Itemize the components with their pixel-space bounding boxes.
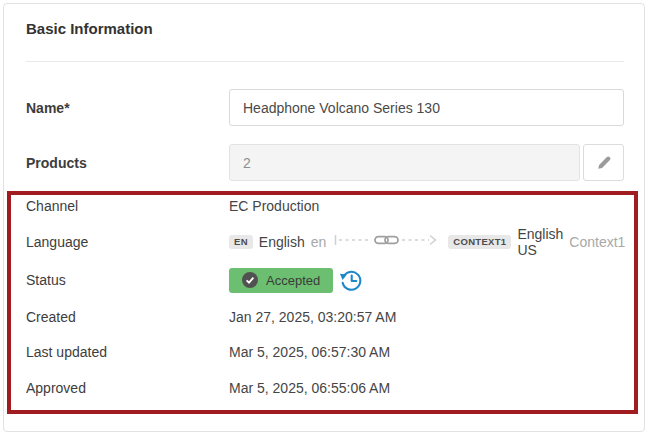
target-language-name: English US — [517, 226, 563, 258]
language-row: Language EN English en — [26, 224, 624, 260]
source-language-name: English — [259, 234, 305, 250]
status-badge-label: Accepted — [266, 273, 320, 288]
source-language-code-badge: EN — [229, 235, 253, 250]
check-circle-icon — [242, 272, 258, 288]
pencil-icon — [596, 155, 612, 171]
basic-information-panel: Basic Information Name* Products Channel… — [3, 3, 645, 432]
history-icon — [339, 268, 364, 293]
divider — [26, 61, 624, 62]
channel-label: Channel — [26, 198, 229, 214]
last-updated-row: Last updated Mar 5, 2025, 06:57:30 AM — [26, 334, 624, 370]
last-updated-label: Last updated — [26, 344, 229, 360]
status-badge: Accepted — [229, 268, 333, 293]
language-value: EN English en CONTEXT1 — [229, 226, 625, 258]
source-language-locale: en — [311, 234, 327, 250]
name-input[interactable] — [229, 89, 624, 126]
created-row: Created Jan 27, 2025, 03:20:57 AM — [26, 299, 624, 335]
created-label: Created — [26, 309, 229, 325]
screen: Basic Information Name* Products Channel… — [0, 0, 647, 435]
channel-row: Channel EC Production — [26, 188, 624, 224]
link-icon — [375, 237, 398, 244]
name-row: Name* — [26, 89, 624, 126]
products-input — [229, 144, 580, 181]
products-row: Products — [26, 144, 624, 181]
link-connector — [334, 232, 440, 252]
status-history-button[interactable] — [339, 268, 364, 293]
language-label: Language — [26, 234, 229, 250]
products-label: Products — [26, 155, 229, 171]
approved-label: Approved — [26, 380, 229, 396]
status-label: Status — [26, 272, 229, 288]
name-label: Name* — [26, 100, 229, 116]
approved-value: Mar 5, 2025, 06:55:06 AM — [229, 380, 390, 396]
target-context-name: Context1 — [569, 234, 625, 250]
section-title: Basic Information — [26, 20, 153, 37]
last-updated-value: Mar 5, 2025, 06:57:30 AM — [229, 344, 390, 360]
approved-row: Approved Mar 5, 2025, 06:55:06 AM — [26, 370, 624, 406]
target-context-badge: CONTEXT1 — [448, 235, 511, 250]
arrow-right-icon — [430, 236, 436, 245]
status-row: Status Accepted — [26, 262, 624, 298]
edit-products-button[interactable] — [583, 144, 624, 181]
channel-value: EC Production — [229, 198, 319, 214]
created-value: Jan 27, 2025, 03:20:57 AM — [229, 309, 396, 325]
